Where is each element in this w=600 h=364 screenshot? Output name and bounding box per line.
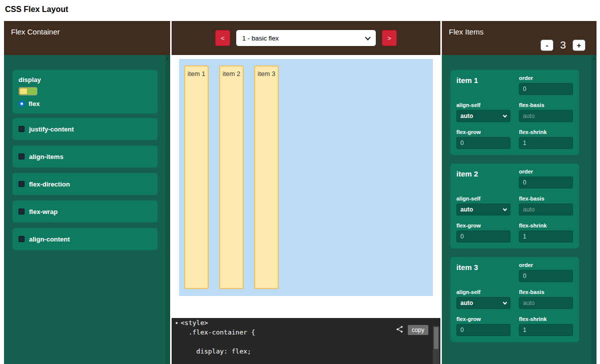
flex-grow-input[interactable] [456, 230, 510, 242]
order-input[interactable] [519, 270, 573, 282]
flex-shrink-input[interactable] [519, 324, 573, 336]
align-self-label: align-self [456, 196, 510, 202]
item-name: item 3 [456, 263, 510, 272]
property-panel-flex-wrap[interactable]: flex-wrap [13, 200, 158, 222]
right-scrollbar[interactable]: ▲ [591, 55, 596, 364]
flex-grow-cell: flex-grow [456, 316, 510, 336]
flex-shrink-label: flex-shrink [519, 129, 573, 135]
flex-preview-container: item 1 item 2 item 3 [179, 59, 433, 296]
flex-basis-input[interactable] [519, 204, 573, 216]
flex-basis-cell: flex-basis [519, 102, 573, 122]
flex-items-body: item 1 order align-self auto flex-basis [442, 55, 596, 364]
page-title: CSS Flex Layout [5, 5, 600, 14]
item-name-cell: item 3 [456, 262, 510, 282]
order-input[interactable] [519, 83, 573, 95]
flex-wrap-label: flex-wrap [29, 208, 58, 216]
align-self-select-wrap: auto [456, 204, 510, 216]
align-self-select-wrap: auto [456, 297, 510, 309]
align-self-label: align-self [456, 289, 510, 295]
flex-grow-input[interactable] [456, 324, 510, 336]
order-cell: order [519, 262, 573, 282]
flex-grow-label: flex-grow [456, 129, 510, 135]
order-label: order [519, 168, 573, 174]
preview-item-1: item 1 [184, 66, 209, 289]
display-toggle[interactable] [19, 87, 38, 96]
property-panel-flex-direction[interactable]: flex-direction [13, 173, 158, 195]
align-self-cell: align-self auto [456, 289, 510, 309]
flex-shrink-input[interactable] [519, 137, 573, 149]
flex-shrink-cell: flex-shrink [519, 129, 573, 149]
flex-shrink-cell: flex-shrink [519, 316, 573, 336]
property-panel-align-content[interactable]: align-content [13, 228, 158, 250]
flex-basis-label: flex-basis [519, 289, 573, 295]
flex-basis-label: flex-basis [519, 196, 573, 202]
item-card-1: item 1 order align-self auto flex-basis [450, 70, 579, 155]
order-cell: order [519, 168, 573, 188]
code-scrollbar-thumb[interactable] [434, 327, 438, 349]
scroll-up-icon: ▲ [165, 55, 170, 62]
align-self-label: align-self [456, 102, 510, 108]
align-self-select[interactable]: auto [456, 110, 510, 122]
flex-shrink-input[interactable] [519, 230, 573, 242]
flex-basis-input[interactable] [519, 297, 573, 309]
justify-content-checkbox[interactable] [19, 126, 25, 132]
flex-shrink-label: flex-shrink [519, 316, 573, 322]
scroll-up-icon: ▲ [591, 55, 596, 62]
flex-grow-input[interactable] [456, 137, 510, 149]
item-card-3: item 3 order align-self auto flex-basis [450, 257, 579, 342]
prev-example-button[interactable]: < [215, 30, 230, 46]
code-text: <style> .flex-container { display: flex; [181, 318, 425, 356]
align-self-select-wrap: auto [456, 110, 510, 122]
items-count: 3 [560, 39, 566, 51]
property-panel-align-items[interactable]: align-items [13, 146, 158, 168]
flex-radio[interactable] [19, 100, 25, 107]
preview-header: < 1 - basic flex > [172, 21, 440, 55]
display-label: display [19, 76, 152, 84]
preview-column: < 1 - basic flex > item 1 item 2 item 3 [172, 21, 440, 364]
order-input[interactable] [519, 176, 573, 188]
copy-button[interactable]: copy [408, 325, 428, 335]
flex-direction-checkbox[interactable] [19, 181, 25, 187]
flex-direction-label: flex-direction [29, 180, 70, 188]
flex-grow-label: flex-grow [456, 222, 510, 228]
item-name: item 1 [456, 76, 510, 84]
flex-grow-label: flex-grow [456, 316, 510, 322]
align-self-select[interactable]: auto [456, 204, 510, 216]
share-icon[interactable] [396, 326, 403, 335]
flex-wrap-checkbox[interactable] [19, 208, 25, 214]
align-content-checkbox[interactable] [19, 236, 25, 242]
flex-container-title: Flex Container [11, 28, 60, 36]
decrease-items-button[interactable]: - [540, 40, 553, 51]
align-content-label: align-content [29, 236, 70, 243]
increase-items-button[interactable]: + [572, 40, 585, 51]
order-label: order [519, 262, 573, 268]
display-flex-option: flex [19, 100, 152, 108]
titlebar: CSS Flex Layout [0, 0, 600, 14]
code-dot [176, 322, 178, 324]
item-name-cell: item 1 [456, 75, 510, 95]
example-select[interactable]: 1 - basic flex [236, 30, 376, 46]
flex-grow-cell: flex-grow [456, 129, 510, 149]
next-example-button[interactable]: > [382, 30, 397, 46]
example-select-wrap: 1 - basic flex [236, 30, 376, 46]
property-panel-justify-content[interactable]: justify-content [13, 118, 158, 140]
order-cell: order [519, 75, 573, 95]
flex-basis-cell: flex-basis [519, 289, 573, 309]
flex-basis-cell: flex-basis [519, 196, 573, 216]
flex-container-header: Flex Container [4, 21, 170, 55]
align-self-select[interactable]: auto [456, 297, 510, 309]
align-self-cell: align-self auto [456, 196, 510, 216]
code-panel: copy <style> .flex-container { display: … [172, 318, 440, 364]
preview-item-3: item 3 [254, 66, 279, 289]
flex-container-body: display flex justify-content align-items… [4, 55, 170, 364]
code-toolbar: copy [396, 325, 428, 335]
justify-content-label: justify-content [29, 126, 74, 133]
left-scrollbar[interactable]: ▲ [165, 55, 170, 364]
item-count-controls: - 3 + [540, 39, 585, 51]
code-scrollbar[interactable] [433, 326, 439, 364]
flex-basis-input[interactable] [519, 110, 573, 122]
flex-items-column: Flex Items - 3 + item 1 order align-self… [442, 21, 596, 364]
toggle-knob-icon [20, 88, 28, 94]
item-name-cell: item 2 [456, 168, 510, 188]
align-items-checkbox[interactable] [19, 154, 25, 160]
